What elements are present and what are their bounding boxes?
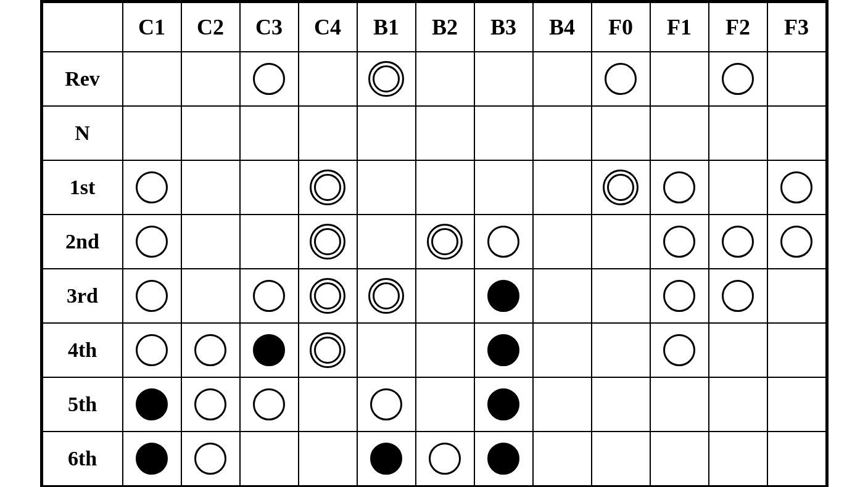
circle-empty-icon — [780, 171, 812, 203]
header-empty — [43, 2, 123, 52]
header-b3: B3 — [474, 2, 533, 52]
circle-filled-icon — [136, 443, 168, 475]
table-cell — [357, 323, 416, 377]
circle-empty-icon — [136, 280, 168, 312]
table-cell — [650, 323, 709, 377]
table-cell — [357, 52, 416, 106]
table-cell — [767, 432, 826, 486]
table-cell — [650, 160, 709, 215]
header-f2: F2 — [709, 2, 767, 52]
table-cell — [181, 160, 240, 215]
table-row: 2nd — [43, 215, 826, 269]
circle-empty-icon — [136, 226, 168, 258]
table-cell — [181, 215, 240, 269]
table-cell — [299, 160, 357, 215]
table-cell — [474, 269, 533, 323]
table-cell — [767, 377, 826, 432]
table-cell — [240, 323, 299, 377]
circle-empty-icon — [136, 171, 168, 203]
circle-empty-icon — [194, 388, 226, 420]
table-cell — [181, 106, 240, 160]
table-cell — [709, 106, 767, 160]
table-cell — [240, 215, 299, 269]
table-cell — [709, 323, 767, 377]
table-cell — [767, 160, 826, 215]
table-cell — [181, 52, 240, 106]
circle-filled-icon — [487, 388, 519, 420]
table-cell — [650, 269, 709, 323]
circle-empty-icon — [722, 226, 754, 258]
table-cell — [533, 160, 592, 215]
circle-double-icon — [310, 224, 345, 260]
table-cell — [123, 160, 181, 215]
table-cell — [240, 432, 299, 486]
header-b4: B4 — [533, 2, 592, 52]
circle-filled-icon — [253, 334, 285, 366]
table-cell — [709, 269, 767, 323]
circle-empty-icon — [663, 171, 695, 203]
table-cell — [357, 377, 416, 432]
table-cell — [357, 269, 416, 323]
table-cell — [416, 377, 474, 432]
table-cell — [123, 106, 181, 160]
table-row: 5th — [43, 377, 826, 432]
table-cell — [533, 432, 592, 486]
table-row: 3rd — [43, 269, 826, 323]
table-cell — [474, 323, 533, 377]
table-cell — [123, 432, 181, 486]
table-cell — [416, 215, 474, 269]
circle-empty-icon — [487, 226, 519, 258]
table-cell — [592, 52, 650, 106]
row-label: Rev — [43, 52, 123, 106]
header-b1: B1 — [357, 2, 416, 52]
header-row: C1 C2 C3 C4 B1 B2 B3 B4 F0 F1 F2 F3 — [43, 2, 826, 52]
table-cell — [767, 269, 826, 323]
table-cell — [533, 106, 592, 160]
circle-empty-icon — [663, 226, 695, 258]
table-row: 4th — [43, 323, 826, 377]
table-cell — [181, 323, 240, 377]
row-label: 6th — [43, 432, 123, 486]
table-cell — [533, 269, 592, 323]
table-cell — [181, 432, 240, 486]
circle-empty-icon — [722, 63, 754, 95]
table-row: N — [43, 106, 826, 160]
circle-empty-icon — [722, 280, 754, 312]
table-cell — [709, 215, 767, 269]
table-cell — [767, 106, 826, 160]
row-label: 1st — [43, 160, 123, 215]
circle-empty-icon — [136, 334, 168, 366]
table-cell — [299, 106, 357, 160]
table-cell — [181, 269, 240, 323]
circle-empty-icon — [253, 280, 285, 312]
circle-empty-icon — [663, 334, 695, 366]
table-cell — [767, 323, 826, 377]
gear-table: C1 C2 C3 C4 B1 B2 B3 B4 F0 F1 F2 F3 RevN… — [42, 2, 827, 486]
row-label: 3rd — [43, 269, 123, 323]
table-cell — [709, 432, 767, 486]
table-cell — [123, 377, 181, 432]
table-cell — [299, 215, 357, 269]
table-cell — [240, 269, 299, 323]
circle-filled-icon — [136, 388, 168, 420]
table-cell — [650, 215, 709, 269]
table-cell — [240, 106, 299, 160]
table-cell — [592, 323, 650, 377]
circle-filled-icon — [487, 443, 519, 475]
header-c3: C3 — [240, 2, 299, 52]
table-cell — [650, 377, 709, 432]
header-f1: F1 — [650, 2, 709, 52]
table-cell — [474, 215, 533, 269]
table-cell — [592, 269, 650, 323]
table-cell — [357, 432, 416, 486]
table-cell — [592, 377, 650, 432]
table-cell — [709, 52, 767, 106]
table-cell — [299, 323, 357, 377]
circle-filled-icon — [370, 443, 402, 475]
circle-double-icon — [310, 170, 345, 205]
table-cell — [299, 377, 357, 432]
row-label: 2nd — [43, 215, 123, 269]
table-cell — [533, 215, 592, 269]
row-label: 4th — [43, 323, 123, 377]
circle-double-icon — [368, 278, 404, 314]
